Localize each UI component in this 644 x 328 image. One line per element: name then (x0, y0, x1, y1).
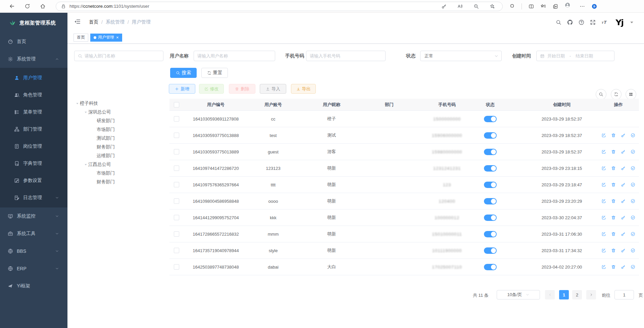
row-checkbox[interactable] (174, 215, 179, 220)
row-checkbox[interactable] (174, 166, 179, 171)
row-assign-role-icon[interactable] (631, 215, 635, 220)
breadcrumb-home[interactable]: 首页 (89, 19, 98, 25)
sidebar-subitem-菜单管理[interactable]: 菜单管理 (0, 103, 67, 121)
refresh-table-button[interactable] (611, 89, 622, 100)
split-screen-icon[interactable] (529, 4, 534, 9)
sidebar-item-6[interactable]: Yi框架 (0, 277, 67, 295)
tree-node-财务部门[interactable]: 财务部门 (72, 178, 166, 186)
status-select[interactable]: 正常 (420, 51, 502, 61)
row-edit-icon[interactable] (601, 166, 606, 171)
add-button[interactable]: 新增 (169, 84, 195, 94)
prev-page-button[interactable] (545, 290, 555, 299)
tree-node-市场部门[interactable]: 市场部门 (72, 169, 166, 178)
browser-home-icon[interactable] (38, 2, 47, 11)
sidebar-item-5[interactable]: ERP (0, 260, 67, 277)
collections-icon[interactable] (553, 4, 558, 9)
row-reset-password-icon[interactable] (621, 199, 626, 203)
phone-input[interactable] (306, 51, 386, 61)
search-button[interactable]: 搜索 (170, 68, 197, 78)
tree-node-江西总公司[interactable]: 江西总公司 (72, 160, 166, 169)
username-field[interactable] (194, 53, 275, 58)
read-aloud-icon[interactable] (457, 4, 463, 9)
browser-refresh-icon[interactable] (22, 2, 32, 11)
close-tab-icon[interactable]: × (116, 35, 119, 40)
page-size-select[interactable]: 10条/页 (497, 290, 540, 299)
url-text[interactable]: https://ccnetcore.com:1101/system/user (69, 4, 441, 9)
browser-menu-icon[interactable] (580, 4, 585, 9)
row-checkbox[interactable] (174, 133, 179, 138)
delete-button[interactable]: 删除 (229, 84, 255, 94)
sidebar-item-0[interactable]: 首页 (0, 33, 67, 50)
row-delete-icon[interactable] (611, 199, 616, 203)
sidebar-subitem-参数设置[interactable]: 参数设置 (0, 172, 67, 189)
import-button[interactable]: 导入 (260, 84, 286, 94)
github-icon[interactable] (567, 19, 573, 25)
tab-user-management[interactable]: 用户管理 × (90, 34, 122, 42)
sidebar-item-4[interactable]: BBS (0, 242, 67, 260)
page-1-button[interactable]: 1 (559, 290, 569, 299)
row-reset-password-icon[interactable] (621, 182, 626, 187)
row-assign-role-icon[interactable] (631, 199, 635, 203)
status-toggle[interactable] (484, 149, 497, 155)
collapse-sidebar-button[interactable] (74, 18, 82, 26)
row-assign-role-icon[interactable] (631, 248, 635, 253)
row-reset-password-icon[interactable] (621, 166, 626, 171)
row-checkbox[interactable] (174, 149, 179, 154)
reset-button[interactable]: 重置 (201, 68, 228, 78)
sidebar-item-3[interactable]: 系统工具 (0, 225, 67, 242)
row-delete-icon[interactable] (611, 149, 616, 154)
dept-search-field[interactable] (83, 53, 163, 58)
row-edit-icon[interactable] (601, 182, 606, 187)
row-reset-password-icon[interactable] (621, 149, 626, 154)
browser-essentials-icon[interactable] (509, 4, 515, 9)
row-reset-password-icon[interactable] (621, 265, 626, 269)
page-2-button[interactable]: 2 (572, 290, 582, 299)
row-delete-icon[interactable] (611, 232, 616, 236)
row-reset-password-icon[interactable] (621, 232, 626, 236)
row-reset-password-icon[interactable] (621, 248, 626, 253)
username-input[interactable] (194, 51, 275, 61)
row-reset-password-icon[interactable] (621, 215, 626, 220)
row-delete-icon[interactable] (611, 166, 616, 171)
favorites-icon[interactable] (541, 4, 546, 9)
tree-node-研发部门[interactable]: 研发部门 (72, 116, 166, 125)
row-assign-role-icon[interactable] (631, 133, 635, 138)
row-checkbox[interactable] (174, 231, 179, 237)
row-checkbox[interactable] (174, 264, 179, 270)
tree-node-橙子科技[interactable]: 橙子科技 (72, 99, 166, 108)
dept-search-input[interactable] (74, 51, 163, 61)
row-checkbox[interactable] (174, 116, 179, 122)
sidebar-subitem-角色管理[interactable]: 角色管理 (0, 86, 67, 103)
app-logo[interactable]: 意框架管理系统 (0, 13, 67, 33)
row-assign-role-icon[interactable] (631, 182, 635, 187)
phone-field[interactable] (306, 53, 385, 58)
row-edit-icon[interactable] (601, 199, 606, 203)
tree-node-财务部门[interactable]: 财务部门 (72, 143, 166, 151)
date-range-picker[interactable]: 开始日期 - 结束日期 (536, 51, 614, 61)
row-edit-icon[interactable] (601, 215, 606, 220)
breadcrumb-system[interactable]: 系统管理 (106, 19, 125, 25)
zoom-out-icon[interactable] (474, 4, 479, 9)
row-edit-icon[interactable] (601, 149, 606, 154)
status-toggle[interactable] (484, 182, 497, 188)
status-toggle[interactable] (484, 215, 497, 221)
column-settings-button[interactable] (626, 89, 636, 100)
row-checkbox[interactable] (174, 248, 179, 253)
status-toggle[interactable] (484, 231, 497, 237)
row-assign-role-icon[interactable] (631, 149, 635, 154)
status-toggle[interactable] (484, 247, 497, 254)
row-edit-icon[interactable] (601, 133, 606, 138)
next-page-button[interactable] (586, 290, 596, 299)
status-toggle[interactable] (484, 116, 497, 122)
status-toggle[interactable] (484, 132, 497, 139)
status-toggle[interactable] (484, 198, 497, 204)
row-checkbox[interactable] (174, 198, 179, 204)
tree-node-深圳总公司[interactable]: 深圳总公司 (72, 108, 166, 116)
row-reset-password-icon[interactable] (621, 133, 626, 138)
status-toggle[interactable] (484, 264, 497, 270)
tree-expand-icon[interactable] (83, 163, 88, 167)
sidebar-item-1[interactable]: 系统管理 (0, 50, 67, 68)
tree-expand-icon[interactable] (75, 102, 80, 105)
row-delete-icon[interactable] (611, 133, 616, 138)
browser-profile-avatar[interactable] (565, 2, 573, 10)
